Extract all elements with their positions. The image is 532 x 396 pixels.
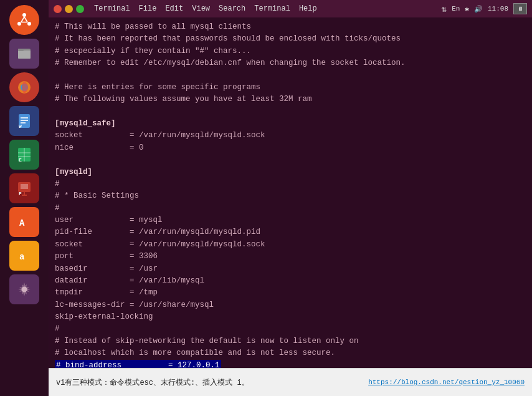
line-5 xyxy=(55,70,526,82)
sidebar-icon-ubuntu[interactable] xyxy=(9,5,39,35)
svg-rect-9 xyxy=(18,49,24,51)
line-16: # xyxy=(55,203,526,215)
menu-edit[interactable]: Edit xyxy=(165,4,183,13)
sidebar-icon-amazon[interactable]: a xyxy=(9,241,39,271)
line-28: # localhost which is more compatible and… xyxy=(55,347,526,359)
menu-file[interactable]: File xyxy=(139,4,157,13)
line-22: datadir = /var/lib/mysql xyxy=(55,275,526,287)
line-7: # The following values assume you have a… xyxy=(55,94,526,105)
sidebar-icon-document[interactable]: W xyxy=(9,106,39,136)
bottom-bar: vi有三种模式：命令模式esc、末行模式:、插入模式 i。 https://bl… xyxy=(49,368,532,396)
menu-bar: Terminal File Edit View Search Terminal … xyxy=(94,4,317,13)
svg-rect-8 xyxy=(18,51,31,59)
svg-rect-14 xyxy=(21,120,28,121)
line-25: skip-external-locking xyxy=(55,311,526,323)
svg-rect-23 xyxy=(21,184,28,189)
line-2: # It has been reported that passwords sh… xyxy=(55,33,526,45)
line-27: # Instead of skip-networking the default… xyxy=(55,336,526,347)
bottom-bar-text: vi有三种模式：命令模式esc、末行模式:、插入模式 i。 xyxy=(56,377,368,388)
svg-text:A: A xyxy=(19,218,25,228)
menu-terminal2[interactable]: Terminal xyxy=(254,4,290,13)
terminal-content[interactable]: # This will be passed to all mysql clien… xyxy=(49,17,532,368)
line-12 xyxy=(55,154,526,166)
line-23: tmpdir = /tmp xyxy=(55,287,526,299)
line-8 xyxy=(55,106,526,118)
menu-view[interactable]: View xyxy=(192,4,210,13)
svg-rect-13 xyxy=(21,117,28,118)
svg-text:E: E xyxy=(19,157,22,163)
svg-text:P: P xyxy=(19,191,22,196)
maximize-button[interactable] xyxy=(76,5,84,13)
terminal-window: Terminal File Edit View Search Terminal … xyxy=(49,0,532,368)
sidebar: W E P A xyxy=(0,0,49,396)
menu-terminal[interactable]: Terminal xyxy=(94,4,130,13)
line-24: lc-messages-dir = /usr/share/mysql xyxy=(55,299,526,311)
sidebar-icon-spreadsheet[interactable]: E xyxy=(9,140,39,170)
svg-point-1 xyxy=(22,13,26,17)
line-29-highlight: # bind-address = 127.0.0.1 xyxy=(55,360,526,369)
line-19: socket = /var/run/mysqld/mysqld.sock xyxy=(55,239,526,251)
line-11: nice = 0 xyxy=(55,142,526,154)
volume-icon: 🔊 xyxy=(474,5,483,13)
sidebar-icon-settings[interactable] xyxy=(9,274,39,304)
svg-text:a: a xyxy=(19,252,25,262)
sort-icon: ⇅ xyxy=(442,4,447,14)
language-indicator: En xyxy=(452,5,460,12)
svg-text:W: W xyxy=(19,123,22,129)
close-button[interactable] xyxy=(54,5,62,13)
sidebar-icon-presentation[interactable]: P xyxy=(9,173,39,203)
bind-address-line: # bind-address = 127.0.0.1 xyxy=(55,360,221,369)
sidebar-icon-firefox[interactable] xyxy=(9,72,39,102)
screen-icon[interactable]: 🖥 xyxy=(513,3,527,14)
title-bar: Terminal File Edit View Search Terminal … xyxy=(49,0,532,17)
line-13: [mysqld] xyxy=(55,167,526,178)
line-18: pid-file = /var/run/mysqld/mysqld.pid xyxy=(55,226,526,238)
line-1: # This will be passed to all mysql clien… xyxy=(55,21,526,33)
bottom-bar-link[interactable]: https://blog.csdn.net/qestion_yz_10060 xyxy=(368,379,525,386)
line-26: # xyxy=(55,323,526,335)
line-21: basedir = /usr xyxy=(55,263,526,275)
sidebar-icon-appstore[interactable]: A xyxy=(9,207,39,237)
line-10: socket = /var/run/mysqld/mysqld.sock xyxy=(55,130,526,142)
menu-help[interactable]: Help xyxy=(299,4,317,13)
line-14: # xyxy=(55,178,526,190)
title-bar-right: ⇅ En ✱ 🔊 11:08 🖥 xyxy=(442,3,527,14)
desktop: W E P A xyxy=(0,0,532,396)
minimize-button[interactable] xyxy=(65,5,73,13)
time-display: 11:08 xyxy=(488,5,508,12)
menu-search[interactable]: Search xyxy=(219,4,245,13)
line-3: # escpecially if they contain "#" chars.… xyxy=(55,46,526,57)
svg-point-3 xyxy=(27,22,31,26)
line-4: # Remember to edit /etc/mysql/debian.cnf… xyxy=(55,57,526,69)
line-6: # Here is entries for some specific prog… xyxy=(55,82,526,94)
bluetooth-icon: ✱ xyxy=(465,5,469,13)
line-20: port = 3306 xyxy=(55,251,526,263)
line-9: [mysqld_safe] xyxy=(55,118,526,130)
line-17: user = mysql xyxy=(55,215,526,226)
window-controls xyxy=(54,5,84,13)
svg-point-2 xyxy=(17,22,21,26)
line-15: # * Basic Settings xyxy=(55,190,526,202)
sidebar-icon-files[interactable] xyxy=(9,39,39,69)
